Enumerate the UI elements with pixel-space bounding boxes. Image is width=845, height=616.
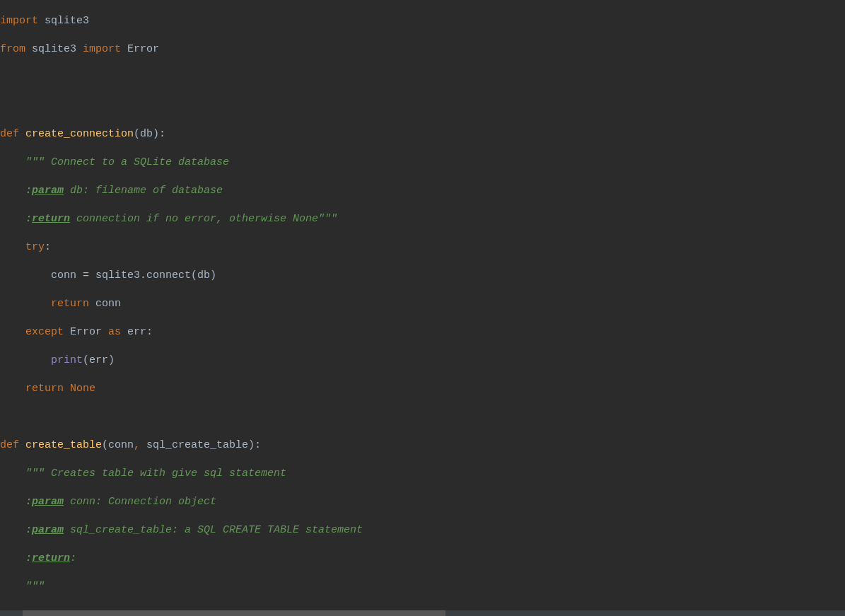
code-line: """ Connect to a SQLite database [0,156,845,170]
horizontal-scrollbar[interactable] [0,610,845,616]
code-line [0,410,845,424]
code-line: from sqlite3 import Error [0,42,845,57]
function-name: create_connection [25,128,134,140]
code-line: print(err) [0,354,845,368]
code-line: :param db: filename of database [0,184,845,198]
code-line: :param sql_create_table: a SQL CREATE TA… [0,523,845,537]
code-line [0,99,845,113]
code-line: def create_table(conn, sql_create_table)… [0,438,845,453]
code-line: try: [0,240,845,255]
code-line: except Error as err: [0,325,845,339]
code-line: :return: [0,552,845,566]
code-line: return conn [0,297,845,311]
scrollbar-thumb[interactable] [23,610,445,616]
code-line: """ Creates table with give sql statemen… [0,467,845,481]
code-line [0,71,845,85]
code-line: :param conn: Connection object [0,495,845,509]
code-line: :return connection if no error, otherwis… [0,212,845,226]
code-line: return None [0,382,845,396]
code-line: def create_connection(db): [0,127,845,141]
code-editor[interactable]: import sqlite3 from sqlite3 import Error… [0,0,845,610]
keyword: import [0,15,38,27]
code-line: import sqlite3 [0,14,845,28]
function-name: create_table [25,439,102,451]
code-line: conn = sqlite3.connect(db) [0,269,845,283]
code-line: """ [0,580,845,594]
